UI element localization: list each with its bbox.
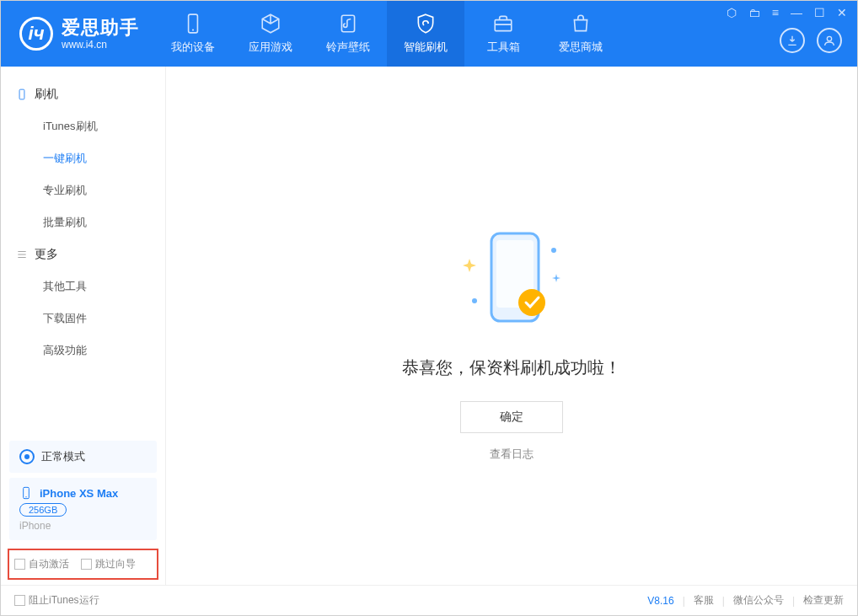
lock-icon[interactable]: 🗀 xyxy=(748,6,760,19)
phone-icon xyxy=(19,486,33,500)
minimize-icon[interactable]: — xyxy=(791,6,802,19)
device-type: iPhone xyxy=(19,520,147,532)
status-dot-icon xyxy=(19,449,35,464)
svg-point-7 xyxy=(25,496,26,497)
svg-point-10 xyxy=(518,289,545,316)
toolbox-icon xyxy=(492,13,514,35)
mode-status[interactable]: 正常模式 xyxy=(9,441,157,473)
sidebar-section-more: 更多 xyxy=(1,238,165,271)
svg-point-11 xyxy=(551,248,556,253)
main-content: 恭喜您，保资料刷机成功啦！ 确定 查看日志 xyxy=(166,67,857,585)
list-icon xyxy=(16,249,28,260)
sidebar-item-other-tools[interactable]: 其他工具 xyxy=(1,271,165,303)
app-header: iч 爱思助手 www.i4.cn 我的设备 应用游戏 铃声壁纸 智能刷机 工具… xyxy=(1,1,857,67)
block-itunes-checkbox[interactable]: 阻止iTunes运行 xyxy=(14,593,99,608)
device-capacity: 256GB xyxy=(19,503,67,517)
download-icon[interactable] xyxy=(780,28,805,53)
sidebar-section-flash: 刷机 xyxy=(1,78,165,110)
app-name: 爱思助手 xyxy=(62,17,139,39)
refresh-shield-icon xyxy=(415,13,437,35)
tab-smart-flash[interactable]: 智能刷机 xyxy=(387,1,464,67)
phone-outline-icon xyxy=(16,88,28,100)
shirt-icon[interactable]: ⬡ xyxy=(727,6,737,19)
music-icon xyxy=(337,13,359,35)
svg-point-1 xyxy=(192,29,194,31)
sidebar-item-itunes-flash[interactable]: iTunes刷机 xyxy=(1,110,165,142)
tab-apps-games[interactable]: 应用游戏 xyxy=(232,1,309,67)
tab-toolbox[interactable]: 工具箱 xyxy=(464,1,542,67)
options-highlight: 自动激活 跳过向导 xyxy=(8,549,158,580)
view-log-link[interactable]: 查看日志 xyxy=(490,447,534,462)
device-icon xyxy=(182,13,204,35)
success-message: 恭喜您，保资料刷机成功啦！ xyxy=(402,356,621,379)
check-update-link[interactable]: 检查更新 xyxy=(803,593,844,608)
bag-icon xyxy=(570,13,592,35)
main-tabs: 我的设备 应用游戏 铃声壁纸 智能刷机 工具箱 爱思商城 xyxy=(154,1,619,67)
cube-icon xyxy=(260,13,282,35)
sidebar-item-advanced[interactable]: 高级功能 xyxy=(1,335,165,367)
tab-ringtones-wallpapers[interactable]: 铃声壁纸 xyxy=(309,1,387,67)
support-link[interactable]: 客服 xyxy=(694,593,714,608)
header-right-icons xyxy=(780,28,842,53)
sidebar-item-oneclick-flash[interactable]: 一键刷机 xyxy=(1,142,165,174)
app-url: www.i4.cn xyxy=(62,39,139,51)
window-controls: ⬡ 🗀 ≡ — ☐ ✕ xyxy=(727,6,847,19)
logo-icon: iч xyxy=(19,17,53,51)
svg-point-12 xyxy=(472,298,477,303)
success-illustration xyxy=(453,227,571,336)
sidebar-item-batch-flash[interactable]: 批量刷机 xyxy=(1,206,165,238)
svg-point-4 xyxy=(827,36,831,40)
svg-rect-5 xyxy=(19,89,24,99)
device-name: iPhone XS Max xyxy=(40,487,118,500)
tab-my-device[interactable]: 我的设备 xyxy=(154,1,232,67)
menu-icon[interactable]: ≡ xyxy=(772,6,779,19)
sidebar-item-pro-flash[interactable]: 专业刷机 xyxy=(1,174,165,206)
version-label: V8.16 xyxy=(647,595,673,607)
auto-activate-checkbox[interactable]: 自动激活 xyxy=(14,557,69,571)
sidebar: 刷机 iTunes刷机 一键刷机 专业刷机 批量刷机 更多 其他工具 下载固件 … xyxy=(1,67,166,585)
device-info[interactable]: iPhone XS Max 256GB iPhone xyxy=(9,478,157,540)
wechat-link[interactable]: 微信公众号 xyxy=(733,593,784,608)
user-icon[interactable] xyxy=(817,28,842,53)
maximize-icon[interactable]: ☐ xyxy=(814,6,825,19)
close-icon[interactable]: ✕ xyxy=(837,6,847,19)
tab-store[interactable]: 爱思商城 xyxy=(542,1,619,67)
footer: 阻止iTunes运行 V8.16 | 客服 | 微信公众号 | 检查更新 xyxy=(1,585,857,615)
app-logo: iч 爱思助手 www.i4.cn xyxy=(1,17,154,51)
confirm-button[interactable]: 确定 xyxy=(460,401,563,433)
skip-guide-checkbox[interactable]: 跳过向导 xyxy=(81,557,136,571)
sidebar-item-download-firmware[interactable]: 下载固件 xyxy=(1,303,165,335)
svg-rect-3 xyxy=(495,20,512,31)
